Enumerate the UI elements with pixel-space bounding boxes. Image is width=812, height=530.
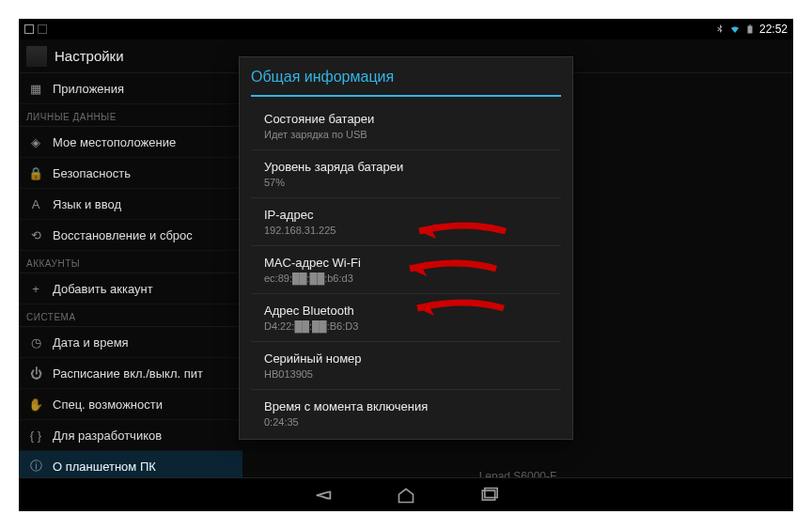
settings-sidebar: ▦ Приложения ЛИЧНЫЕ ДАННЫЕ ◈ Мое местопо…	[19, 73, 242, 511]
row-value: HB013905	[264, 368, 548, 380]
row-title: Адрес Bluetooth	[264, 304, 548, 318]
hand-icon: ✋	[28, 397, 43, 412]
notification-icon	[24, 24, 34, 34]
battery-icon	[744, 23, 756, 35]
sidebar-item-language[interactable]: A Язык и ввод	[19, 189, 242, 220]
section-header-system: СИСТЕМА	[19, 304, 242, 327]
row-title: Время с момента включения	[264, 399, 548, 413]
home-button[interactable]	[393, 485, 419, 506]
row-value: Идет зарядка по USB	[264, 129, 548, 140]
sidebar-item-accessibility[interactable]: ✋ Спец. возможности	[19, 389, 242, 420]
row-title: IP-адрес	[264, 208, 548, 222]
row-title: Состояние батареи	[264, 112, 548, 126]
section-header-personal: ЛИЧНЫЕ ДАННЫЕ	[19, 104, 242, 127]
sidebar-item-label: Язык и ввод	[53, 197, 121, 211]
sidebar-item-developer[interactable]: { } Для разработчиков	[19, 420, 242, 451]
notification-icon	[38, 24, 47, 34]
row-bluetooth-address[interactable]: Адрес Bluetooth D4:22:██:██:B6:D3	[251, 294, 561, 342]
row-serial-number[interactable]: Серийный номер HB013905	[251, 342, 561, 390]
section-header-accounts: АККАУНТЫ	[19, 251, 242, 273]
row-value: 192.168.31.225	[264, 225, 548, 236]
sidebar-item-label: Мое местоположение	[53, 135, 176, 149]
plus-icon: +	[28, 281, 43, 296]
sidebar-item-label: Расписание вкл./выкл. пит	[53, 366, 203, 381]
recents-button[interactable]	[476, 485, 502, 506]
sidebar-item-power-schedule[interactable]: ⏻ Расписание вкл./выкл. пит	[19, 358, 242, 389]
location-icon: ◈	[28, 134, 43, 149]
braces-icon: { }	[28, 428, 43, 443]
power-icon: ⏻	[28, 366, 43, 381]
sidebar-item-label: Дата и время	[53, 335, 129, 350]
svg-rect-1	[749, 25, 751, 26]
sidebar-item-label: О планшетном ПК	[53, 460, 156, 474]
sidebar-item-label: Безопасность	[53, 166, 131, 180]
bluetooth-icon	[714, 23, 726, 35]
sidebar-item-label: Спец. возможности	[53, 398, 163, 412]
row-battery-level[interactable]: Уровень заряда батареи 57%	[251, 150, 561, 198]
row-title: Уровень заряда батареи	[264, 160, 548, 174]
svg-rect-0	[747, 26, 752, 34]
row-uptime[interactable]: Время с момента включения 0:24:35	[251, 390, 561, 437]
reset-icon: ⟲	[28, 227, 43, 242]
status-dialog: Общая информация Состояние батареи Идет …	[239, 56, 573, 440]
row-value: D4:22:██:██:B6:D3	[264, 320, 548, 332]
dialog-list[interactable]: Состояние батареи Идет зарядка по USB Ур…	[240, 97, 572, 439]
row-battery-status[interactable]: Состояние батареи Идет зарядка по USB	[251, 102, 561, 150]
apps-icon: ▦	[28, 81, 43, 96]
status-bar: 22:52	[19, 19, 793, 39]
sidebar-item-datetime[interactable]: ◷ Дата и время	[19, 327, 242, 358]
row-ip-address[interactable]: IP-адрес 192.168.31.225	[251, 198, 561, 246]
info-icon: ⓘ	[28, 459, 43, 474]
app-title: Настройки	[55, 48, 124, 64]
wifi-icon	[729, 23, 741, 35]
dialog-title: Общая информация	[240, 57, 572, 95]
row-value: 57%	[264, 177, 548, 188]
row-title: Серийный номер	[264, 351, 548, 366]
clock-icon: ◷	[28, 335, 43, 350]
system-nav-bar	[19, 477, 793, 511]
row-value: 0:24:35	[264, 416, 548, 428]
row-wifi-mac[interactable]: MAC-адрес Wi-Fi ec:89:██:██:b6:d3	[251, 246, 561, 294]
language-icon: A	[28, 196, 43, 211]
row-value: ec:89:██:██:b6:d3	[264, 273, 548, 284]
sidebar-item-label: Добавить аккаунт	[53, 282, 153, 296]
lock-icon: 🔒	[28, 165, 43, 180]
back-button[interactable]	[310, 485, 336, 506]
sidebar-item-label: Приложения	[53, 82, 124, 96]
sidebar-item-backup-reset[interactable]: ⟲ Восстановление и сброс	[19, 220, 242, 251]
sidebar-item-security[interactable]: 🔒 Безопасность	[19, 158, 242, 189]
settings-app-icon	[26, 46, 47, 67]
sidebar-item-add-account[interactable]: + Добавить аккаунт	[19, 273, 242, 304]
sidebar-item-apps[interactable]: ▦ Приложения	[19, 73, 242, 104]
clock-text: 22:52	[759, 23, 788, 36]
row-title: MAC-адрес Wi-Fi	[264, 256, 548, 270]
sidebar-item-location[interactable]: ◈ Мое местоположение	[19, 127, 242, 158]
sidebar-item-label: Восстановление и сброс	[53, 228, 193, 242]
sidebar-item-label: Для разработчиков	[53, 429, 162, 443]
